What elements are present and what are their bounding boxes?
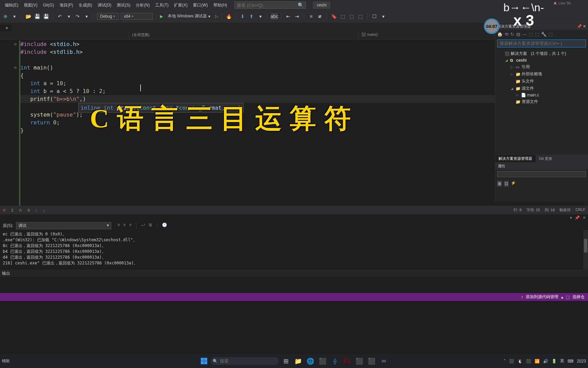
menu-tools[interactable]: 工具(T) <box>152 1 171 10</box>
input-mode-icon[interactable]: ⌨ <box>568 359 573 364</box>
clock-icon[interactable]: 🕐 <box>162 223 167 229</box>
tree-headers[interactable]: 📁头文件 <box>495 78 588 85</box>
undo-dd-icon[interactable]: ▾ <box>65 13 72 20</box>
tree-root[interactable]: ⬛解决方案 (1 个项目，共 1 个) <box>495 50 588 57</box>
output-log[interactable]: ec 已退出，返回值为 0 (0x0)。 .exe"(Win32): 已加载 "… <box>0 230 588 270</box>
indent-right-icon[interactable]: ⇥ <box>294 13 300 20</box>
wrench-icon[interactable]: 🔧 <box>541 32 546 37</box>
chevron-down-icon[interactable]: ▾ <box>11 13 18 20</box>
bm-next-icon[interactable]: ⬚ <box>348 13 355 20</box>
solution-search[interactable] <box>497 40 586 47</box>
nav-back-icon[interactable]: ⊕ <box>2 13 9 20</box>
menu-view[interactable]: 视图(V) <box>21 1 40 10</box>
tree-sources[interactable]: ◢📁源文件 <box>495 85 588 92</box>
platform-combo[interactable]: x64 <box>121 13 153 20</box>
sync-icon[interactable]: ⟲ <box>505 32 508 37</box>
wrap-icon[interactable]: ⮐ <box>141 223 145 229</box>
alpha-icon[interactable]: ⊡ <box>504 181 509 187</box>
filter-icon[interactable]: ▤ <box>516 32 520 37</box>
props-icon[interactable]: ⬚ <box>529 32 533 37</box>
repo-icon[interactable]: ⬚ <box>566 295 570 300</box>
prev-error-icon[interactable]: ↑ <box>35 208 37 213</box>
taskbar-search-input[interactable] <box>220 358 275 364</box>
play-noattach-icon[interactable]: ▷ <box>215 14 218 19</box>
status-col[interactable]: 列: 18 <box>545 208 555 213</box>
save-icon[interactable]: 💾 <box>34 13 40 20</box>
redo-icon[interactable]: ↷ <box>74 13 81 20</box>
error-icon[interactable]: ⊘ <box>3 208 6 212</box>
app3-icon[interactable]: ⬛ <box>354 356 364 366</box>
ime-icon[interactable]: 英 <box>560 358 564 364</box>
bm-prev-icon[interactable]: ⬚ <box>339 13 346 20</box>
status-line[interactable]: 行: 8 <box>513 208 521 213</box>
compare-icon[interactable]: ☐ <box>371 13 378 20</box>
menu-window[interactable]: 窗口(W) <box>190 1 210 10</box>
filezilla-icon[interactable]: Fz <box>342 356 352 366</box>
toolbar-overflow-icon[interactable]: ▾ <box>380 13 387 20</box>
scm-add[interactable]: 添加到源代码管理 <box>526 294 558 300</box>
bm-clear-icon[interactable]: ⬚ <box>357 13 364 20</box>
tab-solution-explorer[interactable]: 解决方案资源管理器 <box>495 155 536 162</box>
scm-up-icon[interactable]: ↑ <box>521 295 523 300</box>
status-tab[interactable]: 制表符 <box>559 208 571 213</box>
weather-widget[interactable]: 晴朗 <box>2 358 10 364</box>
tray-app2-icon[interactable]: 🐧 <box>518 359 523 364</box>
nav-scope-dd[interactable]: (全局范围) <box>129 31 359 39</box>
abc-toggle-icon[interactable]: abc <box>271 13 278 20</box>
clock[interactable]: 2023 <box>577 359 586 364</box>
panel-pin-icon[interactable]: 📌 <box>575 215 580 220</box>
show-all-icon[interactable]: ⬚ <box>535 32 539 37</box>
step-out-icon[interactable]: ▾ <box>257 13 264 20</box>
bookmark-icon[interactable]: 🔖 <box>330 13 337 20</box>
uncomment-icon[interactable]: ≢ <box>316 13 323 20</box>
edge-icon[interactable]: 🌐 <box>305 356 315 366</box>
tab-git-changes[interactable]: Git 更改 <box>536 155 556 162</box>
step-over-icon[interactable]: ⬆ <box>248 13 255 20</box>
close-icon[interactable]: ✕ <box>5 26 8 30</box>
tray-app3-icon[interactable]: ⬛ <box>526 359 531 364</box>
volume-icon[interactable]: 🔊 <box>543 359 548 364</box>
nav-project-dd[interactable] <box>0 31 129 39</box>
scm-select[interactable]: 选择仓 <box>572 294 585 300</box>
explorer-icon[interactable]: 📁 <box>293 356 303 366</box>
word-icon[interactable]: ⊞ <box>149 223 152 229</box>
hot-reload-icon[interactable]: 🔥 <box>225 13 232 20</box>
warning-icon[interactable]: ⚠ <box>19 208 22 212</box>
clear-icon[interactable]: ≡ <box>117 223 120 229</box>
vscode-icon[interactable]: ⟠ <box>330 356 340 366</box>
taskbar-search[interactable]: 🔍 <box>211 357 279 365</box>
system-tray[interactable]: ˄ ⬛ 🐧 ⬛ 📶 🔊 🔋 英 ⌨ 2023 <box>504 358 586 364</box>
home-icon[interactable]: 🏠 <box>497 32 503 37</box>
config-combo[interactable]: Debug <box>97 13 119 20</box>
wifi-icon[interactable]: 📶 <box>535 359 540 364</box>
visualstudio-icon[interactable]: ∞ <box>379 356 389 366</box>
file-tab[interactable]: ✕ <box>0 25 12 31</box>
refresh-icon[interactable]: ↻ <box>510 32 514 37</box>
tree-external[interactable]: ▷📁外部依赖项 <box>495 71 588 78</box>
menu-debug[interactable]: 调试(D) <box>95 1 114 10</box>
status-eol[interactable]: CRLF <box>575 208 585 213</box>
indent-left-icon[interactable]: ⇤ <box>285 13 292 20</box>
output-source-dd[interactable]: 调试▾ <box>16 222 111 229</box>
next-error-icon[interactable]: ↓ <box>43 208 45 213</box>
start-button[interactable] <box>199 356 209 366</box>
fold-icon[interactable]: ⊟ <box>12 64 19 72</box>
solution-search-input[interactable] <box>497 40 586 47</box>
app1-icon[interactable]: ⬛ <box>317 356 328 366</box>
menu-build[interactable]: 生成(B) <box>76 1 95 10</box>
menu-help[interactable]: 帮助(H) <box>211 1 230 10</box>
tree-resources[interactable]: 📁资源文件 <box>495 98 588 105</box>
categorize-icon[interactable]: ⊞ <box>497 181 502 187</box>
menu-git[interactable]: Git(G) <box>40 1 57 9</box>
menu-edit[interactable]: 编辑(E) <box>2 1 21 10</box>
step-into-icon[interactable]: ⬇ <box>239 13 246 20</box>
app4-icon[interactable]: ⬛ <box>366 356 377 366</box>
menu-project[interactable]: 项目(P) <box>57 1 76 10</box>
output-scrollbar[interactable] <box>583 230 588 270</box>
tray-app1-icon[interactable]: ⬛ <box>509 359 514 364</box>
undo-icon[interactable]: ↶ <box>56 13 63 20</box>
collapse-icon[interactable]: ⬚ <box>549 32 553 37</box>
tree-references[interactable]: ▷▭引用 <box>495 63 588 71</box>
save-all-icon[interactable]: 💾 <box>43 13 49 20</box>
search-box[interactable]: 🔍 <box>234 1 306 9</box>
